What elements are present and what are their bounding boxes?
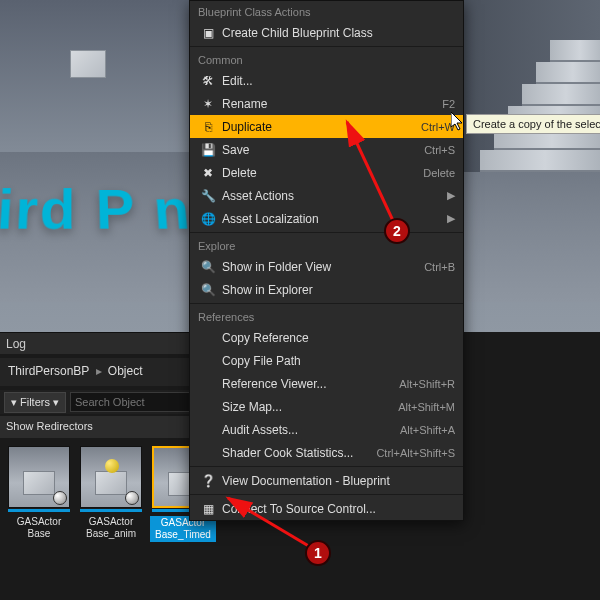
tooltip: Create a copy of the select — [466, 114, 600, 134]
svg-line-1 — [228, 498, 312, 548]
svg-line-0 — [347, 122, 395, 225]
annotation-bubble: 1 — [305, 540, 331, 566]
mouse-cursor-icon — [451, 112, 465, 132]
annotation-bubble: 2 — [384, 218, 410, 244]
annotation-arrow — [0, 0, 600, 600]
